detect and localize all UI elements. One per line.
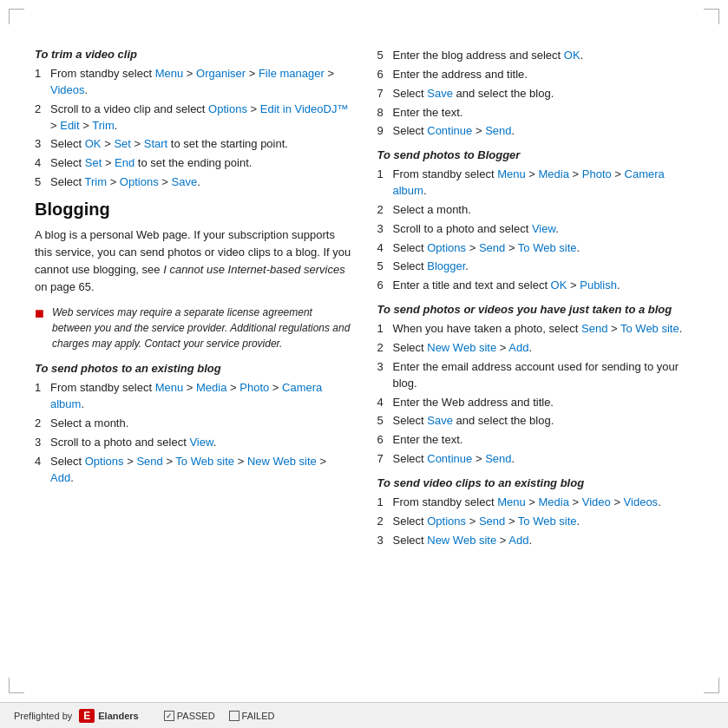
existing-blog-steps: 1 From standby select Menu > Media > Pho… xyxy=(35,380,351,486)
failed-badge: FAILED xyxy=(229,711,275,721)
blogger-num-3: 3 xyxy=(377,221,390,238)
existing-step-num-3: 3 xyxy=(35,435,47,451)
trim-step-5-text: Select Trim > Options > Save. xyxy=(50,174,200,191)
cont-num-6: 6 xyxy=(377,67,390,83)
corner-mark-br xyxy=(704,678,719,693)
blogger-heading: To send photos to Blogger xyxy=(377,148,694,161)
corner-mark-tr xyxy=(704,9,719,24)
cont-step-5: 5 Enter the blog address and select OK. xyxy=(377,48,694,64)
failed-badge-container: FAILED xyxy=(229,711,275,721)
pv-num-1: 1 xyxy=(377,321,390,338)
blogger-num-1: 1 xyxy=(377,167,390,200)
page-container: To trim a video clip 1 From standby sele… xyxy=(0,0,728,728)
pv-step-5: 5 Select Save and select the blog. xyxy=(377,413,694,430)
cont-num-5: 5 xyxy=(377,48,390,64)
vc-step-3: 3 Select New Web site > Add. xyxy=(377,533,694,549)
pv-step-1: 1 When you have taken a photo, select Se… xyxy=(377,321,694,338)
cont-step-7: 7 Select Save and select the blog. xyxy=(377,86,694,102)
pv-step-5-text: Select Save and select the blog. xyxy=(393,413,554,430)
blogging-para: A blog is a personal Web page. If your s… xyxy=(35,226,351,297)
step-num-5: 5 xyxy=(35,174,47,191)
corner-mark-tl xyxy=(9,9,24,24)
blogger-num-4: 4 xyxy=(377,240,390,257)
step-num-2: 2 xyxy=(35,102,47,134)
preflight-prefix: Preflighted by xyxy=(14,711,72,721)
video-clips-steps: 1 From standby select Menu > Media > Vid… xyxy=(377,495,694,549)
pv-step-4-text: Enter the Web address and title. xyxy=(393,395,554,411)
trim-step-2: 2 Scroll to a video clip and select Opti… xyxy=(35,102,351,134)
existing-step-1: 1 From standby select Menu > Media > Pho… xyxy=(35,380,351,413)
existing-step-num-4: 4 xyxy=(35,454,47,487)
blogger-step-1-text: From standby select Menu > Media > Photo… xyxy=(393,167,694,200)
vc-step-2: 2 Select Options > Send > To Web site. xyxy=(377,514,694,530)
cont-step-6-text: Enter the address and title. xyxy=(393,67,528,83)
preflight-spacer xyxy=(154,711,157,721)
pv-step-6: 6 Enter the text. xyxy=(377,432,694,449)
blogger-steps: 1 From standby select Menu > Media > Pho… xyxy=(377,167,694,294)
cont-step-9: 9 Select Continue > Send. xyxy=(377,123,694,140)
step-num-1: 1 xyxy=(35,66,47,99)
pv-step-3-text: Enter the email address account used for… xyxy=(393,359,694,392)
trim-step-3: 3 Select OK > Set > Start to set the sta… xyxy=(35,136,351,153)
photos-videos-steps: 1 When you have taken a photo, select Se… xyxy=(377,321,694,468)
existing-step-3-text: Scroll to a photo and select View. xyxy=(50,435,216,451)
blogger-step-3: 3 Scroll to a photo and select View. xyxy=(377,221,694,238)
cont-num-7: 7 xyxy=(377,86,390,102)
trim-step-1: 1 From standby select Menu > Organiser >… xyxy=(35,66,351,99)
passed-checkbox: ✓ xyxy=(164,711,174,721)
cont-step-5-text: Enter the blog address and select OK. xyxy=(393,48,584,64)
pv-num-6: 6 xyxy=(377,432,390,449)
existing-blog-heading: To send photos to an existing blog xyxy=(35,362,351,375)
cont-step-8: 8 Enter the text. xyxy=(377,105,694,121)
trim-step-4-text: Select Set > End to set the ending point… xyxy=(50,155,252,172)
pv-step-3: 3 Enter the email address account used f… xyxy=(377,359,694,392)
right-column: 5 Enter the blog address and select OK. … xyxy=(377,48,694,685)
section-trim-video: To trim a video clip 1 From standby sele… xyxy=(35,48,351,191)
vc-num-3: 3 xyxy=(377,533,390,549)
warning-icon: ■ xyxy=(35,305,47,351)
trim-step-2-text: Scroll to a video clip and select Option… xyxy=(50,102,351,134)
trim-step-3-text: Select OK > Set > Start to set the start… xyxy=(50,136,288,153)
main-content: To trim a video clip 1 From standby sele… xyxy=(35,48,693,685)
failed-label: FAILED xyxy=(242,711,275,721)
warning-text: Web services may require a separate lice… xyxy=(52,305,351,351)
blogger-step-2: 2 Select a month. xyxy=(377,202,694,219)
corner-mark-bl xyxy=(9,678,24,693)
warning-box: ■ Web services may require a separate li… xyxy=(35,305,351,351)
preflight-bar: Preflighted by E Elanders ✓ PASSED FAILE… xyxy=(0,702,728,728)
existing-step-2: 2 Select a month. xyxy=(35,416,351,432)
existing-step-2-text: Select a month. xyxy=(50,416,128,432)
cont-num-9: 9 xyxy=(377,123,390,140)
blogger-step-6: 6 Enter a title and text and select OK >… xyxy=(377,278,694,294)
section-existing-blog: To send photos to an existing blog 1 Fro… xyxy=(35,362,351,486)
step-num-3: 3 xyxy=(35,136,47,153)
cont-step-7-text: Select Save and select the blog. xyxy=(393,86,554,102)
existing-step-3: 3 Scroll to a photo and select View. xyxy=(35,435,351,451)
failed-checkbox xyxy=(229,711,239,721)
cont-step-8-text: Enter the text. xyxy=(393,105,463,121)
trim-steps: 1 From standby select Menu > Organiser >… xyxy=(35,66,351,191)
pv-num-2: 2 xyxy=(377,340,390,357)
existing-step-num-2: 2 xyxy=(35,416,47,432)
blogger-step-4: 4 Select Options > Send > To Web site. xyxy=(377,240,694,257)
cont-num-8: 8 xyxy=(377,105,390,121)
pv-num-3: 3 xyxy=(377,359,390,392)
section-photos-videos: To send photos or videos you have just t… xyxy=(377,303,694,468)
existing-step-1-text: From standby select Menu > Media > Photo… xyxy=(50,380,351,413)
blogger-num-5: 5 xyxy=(377,259,390,275)
vc-num-1: 1 xyxy=(377,495,390,511)
preflight-logo: E Elanders xyxy=(79,709,138,723)
cont-step-9-text: Select Continue > Send. xyxy=(393,123,515,140)
trim-heading: To trim a video clip xyxy=(35,48,351,61)
step-num-4: 4 xyxy=(35,155,47,172)
blogger-step-3-text: Scroll to a photo and select View. xyxy=(393,221,559,238)
pv-num-5: 5 xyxy=(377,413,390,430)
blogger-step-2-text: Select a month. xyxy=(393,202,471,219)
pv-step-1-text: When you have taken a photo, select Send… xyxy=(393,321,683,338)
pv-num-7: 7 xyxy=(377,451,390,468)
blogger-step-4-text: Select Options > Send > To Web site. xyxy=(393,240,580,257)
pv-step-7: 7 Select Continue > Send. xyxy=(377,451,694,468)
existing-step-num-1: 1 xyxy=(35,380,47,413)
trim-step-4: 4 Select Set > End to set the ending poi… xyxy=(35,155,351,172)
blogger-step-5: 5 Select Blogger. xyxy=(377,259,694,275)
